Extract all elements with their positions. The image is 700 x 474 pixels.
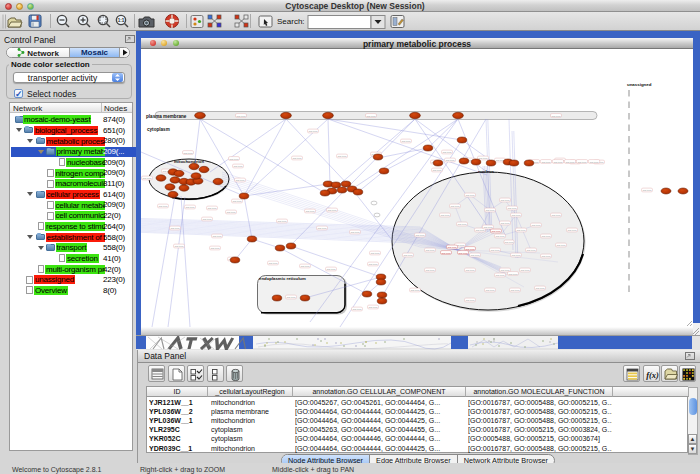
svg-text:GO term: GO term <box>495 274 504 277</box>
svg-text:GO term: GO term <box>233 165 242 168</box>
svg-text:GO term: GO term <box>327 209 336 212</box>
svg-text:GO term: GO term <box>465 248 474 251</box>
svg-text:GO term: GO term <box>465 194 474 197</box>
svg-text:GO term: GO term <box>277 220 286 223</box>
svg-text:GO term: GO term <box>441 252 450 255</box>
svg-text:GO term: GO term <box>541 255 550 258</box>
svg-text:f(x): f(x) <box>646 370 659 380</box>
svg-text:GO term: GO term <box>174 245 183 248</box>
svg-text:GO term: GO term <box>535 287 544 290</box>
svg-text:GO term: GO term <box>531 224 540 227</box>
svg-text:GO term: GO term <box>236 115 245 118</box>
svg-text:1:1: 1:1 <box>118 18 125 23</box>
svg-text:GO term: GO term <box>485 209 494 212</box>
svg-text:cytoplasm: cytoplasm <box>147 127 170 132</box>
svg-text:GO term: GO term <box>500 199 509 202</box>
svg-text:GO term: GO term <box>445 159 454 162</box>
svg-text:GO term: GO term <box>415 234 424 237</box>
svg-text:GO term: GO term <box>185 206 194 209</box>
svg-text:GO term: GO term <box>350 231 359 234</box>
svg-text:GO term: GO term <box>447 246 456 249</box>
svg-text:GO term: GO term <box>235 179 244 182</box>
svg-text:GO term: GO term <box>337 155 346 158</box>
svg-text:GO term: GO term <box>170 227 179 230</box>
svg-text:GO term: GO term <box>210 247 219 250</box>
svg-text:GO term: GO term <box>368 263 377 266</box>
svg-text:GO term: GO term <box>410 289 419 292</box>
svg-text:GO term: GO term <box>577 161 586 164</box>
svg-text:GO term: GO term <box>567 229 576 232</box>
svg-text:GO term: GO term <box>370 252 379 255</box>
svg-text:GO term: GO term <box>516 229 525 232</box>
svg-text:GO term: GO term <box>551 115 560 118</box>
svg-text:GO term: GO term <box>495 235 504 238</box>
svg-text:GO term: GO term <box>305 210 314 213</box>
svg-text:GO term: GO term <box>366 115 375 118</box>
svg-text:GO term: GO term <box>401 140 410 143</box>
svg-text:GO term: GO term <box>352 308 361 311</box>
svg-text:GO term: GO term <box>442 151 451 154</box>
svg-text:GO term: GO term <box>432 169 441 172</box>
svg-text:GO term: GO term <box>500 222 509 225</box>
svg-text:GO term: GO term <box>440 214 449 217</box>
svg-text:GO term: GO term <box>368 306 377 309</box>
svg-text:GO term: GO term <box>457 223 466 226</box>
svg-text:GO term: GO term <box>504 241 513 244</box>
svg-text:unassigned: unassigned <box>627 82 652 87</box>
svg-text:GO term: GO term <box>511 214 520 217</box>
svg-text:GO term: GO term <box>268 262 277 265</box>
svg-text:GO term: GO term <box>300 265 309 268</box>
svg-text:GO term: GO term <box>142 177 151 180</box>
svg-text:GO term: GO term <box>556 244 565 247</box>
svg-text:GO term: GO term <box>520 269 529 272</box>
svg-text:GO term: GO term <box>212 235 221 238</box>
svg-text:GO term: GO term <box>425 269 434 272</box>
svg-text:GO term: GO term <box>183 152 192 155</box>
svg-text:GO term: GO term <box>490 249 499 252</box>
svg-text:GO term: GO term <box>511 254 520 257</box>
svg-text:GO term: GO term <box>508 273 517 276</box>
svg-text:GO term: GO term <box>326 268 335 271</box>
svg-text:GO term: GO term <box>226 211 235 214</box>
svg-text:Search:: Search: <box>277 17 305 26</box>
svg-text:GO term: GO term <box>510 289 519 292</box>
svg-text:GO term: GO term <box>207 207 216 210</box>
svg-text:GO term: GO term <box>403 254 412 257</box>
svg-text:mitochondrion: mitochondrion <box>174 159 204 164</box>
svg-text:GO term: GO term <box>465 299 474 302</box>
svg-text:GO term: GO term <box>541 161 550 164</box>
svg-text:nucleus: nucleus <box>478 169 495 174</box>
svg-text:GO term: GO term <box>491 230 500 233</box>
svg-text:GO term: GO term <box>526 249 535 252</box>
svg-text:GO term: GO term <box>553 161 562 164</box>
svg-text:GO term: GO term <box>232 200 241 203</box>
svg-text:endoplasmic reticulum: endoplasmic reticulum <box>259 276 306 281</box>
svg-text:GO term: GO term <box>565 161 574 164</box>
svg-text:GO term: GO term <box>541 235 550 238</box>
svg-text:GO term: GO term <box>465 269 474 272</box>
svg-text:GO term: GO term <box>475 229 484 232</box>
svg-text:GO term: GO term <box>507 207 516 210</box>
svg-text:GO term: GO term <box>229 158 238 161</box>
svg-text:GO term: GO term <box>317 227 326 230</box>
svg-text:GO term: GO term <box>458 252 467 255</box>
svg-text:GO term: GO term <box>470 254 479 257</box>
svg-text:GO term: GO term <box>292 157 301 160</box>
svg-text:GO term: GO term <box>450 205 459 208</box>
svg-text:GO term: GO term <box>551 214 560 217</box>
svg-text:GO term: GO term <box>286 296 295 299</box>
svg-text:GO term: GO term <box>485 289 494 292</box>
svg-text:GO term: GO term <box>158 205 167 208</box>
svg-text:GO term: GO term <box>483 226 492 229</box>
svg-text:plasma membrane: plasma membrane <box>146 114 187 119</box>
svg-text:GO term: GO term <box>642 189 651 192</box>
svg-text:GO term: GO term <box>308 130 317 133</box>
svg-text:GO term: GO term <box>589 161 598 164</box>
svg-text:GO term: GO term <box>202 218 211 221</box>
svg-text:GO term: GO term <box>425 249 434 252</box>
